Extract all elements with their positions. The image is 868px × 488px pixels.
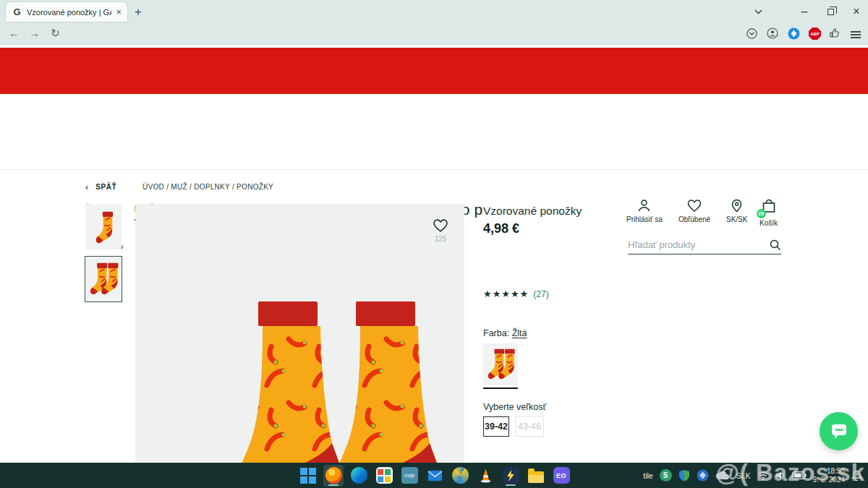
swatch-selected-indicator <box>483 388 518 389</box>
cart-button[interactable]: 29 Košík <box>760 199 778 227</box>
favorites-button[interactable]: Obľúbené <box>678 199 710 223</box>
tab-title: Vzorované ponožky | GATE <box>27 8 111 17</box>
tab-list-chevron-icon[interactable] <box>744 0 773 23</box>
chat-bubble-icon <box>830 423 848 440</box>
taskbar-swirl-app[interactable] <box>450 465 470 487</box>
taskbar-apps: mdp EO <box>298 463 571 488</box>
person-icon <box>637 199 651 213</box>
tray-tile-label[interactable]: tile <box>643 471 652 480</box>
restore-button[interactable] <box>816 0 845 23</box>
swirl-icon <box>452 467 469 484</box>
restore-icon <box>827 9 834 15</box>
volume-icon[interactable] <box>775 471 786 480</box>
rating-count-link[interactable]: (27) <box>533 289 548 299</box>
taskbar-flash-app[interactable] <box>501 465 521 487</box>
account-icon[interactable] <box>767 27 778 39</box>
wishlist-count: 125 <box>435 235 447 243</box>
windows-icon <box>300 468 316 484</box>
lightning-icon <box>503 467 519 484</box>
reload-button[interactable]: ↻ <box>51 27 60 40</box>
color-value: Žltá <box>512 328 527 338</box>
taskbar-mdp[interactable]: mdp <box>399 465 420 487</box>
wifi-icon[interactable] <box>757 471 769 480</box>
notifications-bell-icon[interactable] <box>851 470 862 481</box>
login-label: Prihlásiť sa <box>626 215 663 223</box>
pocket-icon[interactable] <box>746 28 757 39</box>
firefox-icon <box>326 467 342 484</box>
thumbnail-2[interactable] <box>85 257 122 301</box>
mdp-icon: mdp <box>401 467 418 484</box>
tray-clock[interactable]: 18:53 9. 8. 2024 <box>813 467 845 484</box>
rating-stars: ★★★★★ <box>483 288 529 299</box>
site-favicon: G <box>12 7 22 17</box>
skype-icon[interactable]: S <box>660 469 672 481</box>
folder-icon <box>528 471 544 483</box>
taskbar-firefox[interactable] <box>323 465 344 487</box>
heart-icon <box>687 199 702 213</box>
windows-taskbar: mdp EO tile S SLK 18:53 9. 8. 202 <box>0 463 868 488</box>
vlc-cone-icon <box>477 467 494 484</box>
locale-label: SK/SK <box>726 215 747 223</box>
search-box <box>628 236 781 254</box>
chat-button[interactable] <box>820 412 858 450</box>
product-title: Vzorované ponožky <box>483 205 582 218</box>
color-swatch-yellow[interactable] <box>483 343 518 385</box>
breadcrumb-path[interactable]: ÚVOD / MUŽ / DOPLNKY / PONOŽKY <box>142 183 273 191</box>
menu-icon[interactable] <box>851 30 861 40</box>
tab-close-icon[interactable]: × <box>116 7 122 17</box>
color-label: Farba: <box>483 328 509 338</box>
system-tray: tile S SLK 18:53 9. 8. 2024 <box>643 463 862 488</box>
minimize-button[interactable]: – <box>790 0 819 23</box>
taskbar-eo-app[interactable]: EO <box>551 465 571 487</box>
product-rating[interactable]: ★★★★★ (27) <box>483 288 549 299</box>
breadcrumb: ‹ SPÄŤ ÚVOD / MUŽ / DOPLNKY / PONOŽKY <box>85 181 273 192</box>
taskbar-vlc[interactable] <box>475 465 495 487</box>
taskbar-store[interactable] <box>374 465 394 487</box>
tray-blue-app-icon[interactable] <box>697 469 709 481</box>
close-window-button[interactable]: × <box>842 0 868 23</box>
tray-time: 18:53 <box>813 467 845 476</box>
cart-label: Košík <box>760 219 778 227</box>
language-indicator[interactable]: SLK <box>736 471 751 480</box>
onedrive-cloud-icon[interactable] <box>715 471 730 480</box>
back-link[interactable]: SPÄŤ <box>95 183 116 191</box>
size-chip-39-42[interactable]: 39-42 <box>483 416 509 437</box>
wishlist-heart-icon[interactable] <box>433 218 448 233</box>
screen: G Vzorované ponožky | GATE × + – × ← → ↻… <box>0 0 868 488</box>
favorites-label: Obľúbené <box>678 215 710 223</box>
shop-header: ŽENA MUŽ DETI HOME gate.shop Prihlásiť s… <box>0 94 868 170</box>
extension-thumb-icon[interactable] <box>829 27 840 38</box>
login-button[interactable]: Prihlásiť sa <box>626 199 663 223</box>
locale-button[interactable]: SK/SK <box>726 199 747 223</box>
battery-icon[interactable] <box>792 471 807 479</box>
browser-titlebar: G Vzorované ponožky | GATE × + – × <box>0 0 868 23</box>
back-chevron-icon: ‹ <box>85 181 88 192</box>
browser-tab[interactable]: G Vzorované ponožky | GATE × <box>6 2 127 22</box>
size-chip-43-46[interactable]: 43-46 <box>515 416 544 437</box>
adblock-icon[interactable]: ABP <box>809 27 821 40</box>
taskbar-mail[interactable] <box>425 465 445 487</box>
promo-banner[interactable] <box>0 48 868 94</box>
back-button[interactable]: ← <box>9 27 20 39</box>
product-price: 4,98 € <box>483 221 519 236</box>
thumbnail-1[interactable] <box>85 205 122 249</box>
start-button[interactable] <box>298 465 318 487</box>
new-tab-button[interactable]: + <box>135 5 142 20</box>
security-shield-icon[interactable] <box>678 469 690 481</box>
location-pin-icon <box>731 199 743 213</box>
wishlist-widget[interactable]: 125 <box>433 218 448 243</box>
extension-blue-icon[interactable] <box>788 27 800 40</box>
browser-toolbar: ← → ↻ https://gate.shop/sk/vzorovane-pon… <box>0 23 868 45</box>
taskbar-explorer[interactable] <box>526 465 546 487</box>
product-image[interactable]: 125 <box>135 204 464 463</box>
size-label: Vyberte veľkosť <box>483 402 546 412</box>
socks-photo <box>135 300 464 463</box>
adblock-label: ABP <box>809 27 821 40</box>
mail-icon <box>427 467 443 484</box>
forward-button[interactable]: → <box>29 27 40 39</box>
taskbar-edge[interactable] <box>349 465 369 487</box>
search-icon[interactable] <box>770 239 781 251</box>
eo-app-icon: EO <box>553 467 570 484</box>
cart-badge: 29 <box>757 209 766 218</box>
search-input[interactable] <box>628 239 770 250</box>
